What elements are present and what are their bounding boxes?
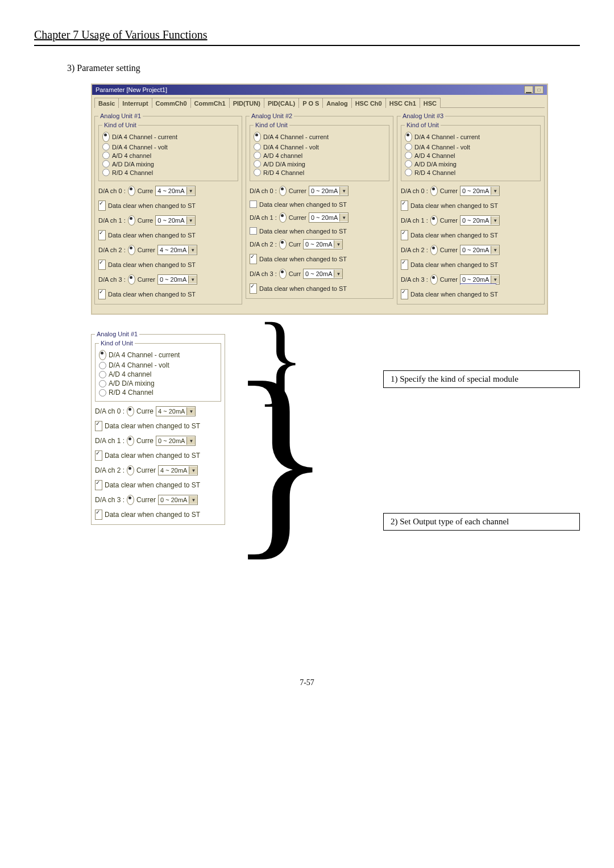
- data-clear-checkbox[interactable]: [250, 201, 257, 208]
- kind-radio[interactable]: [254, 132, 261, 142]
- kind-radio[interactable]: [405, 143, 412, 151]
- range-select[interactable]: 4 ~ 20mA▼: [156, 406, 196, 416]
- kind-radio[interactable]: [99, 380, 106, 387]
- unit-fieldset: Analog Unit #2Kind of UnitD/A 4 Channel …: [246, 112, 393, 299]
- chevron-down-icon[interactable]: ▼: [186, 407, 195, 415]
- kind-radio[interactable]: [405, 169, 412, 176]
- range-select[interactable]: 4 ~ 20mA▼: [157, 245, 197, 255]
- channel-mode-radio[interactable]: [127, 465, 134, 475]
- data-clear-checkbox[interactable]: [250, 283, 257, 294]
- data-clear-checkbox[interactable]: [95, 510, 102, 520]
- range-select[interactable]: 4 ~ 20mA▼: [155, 186, 195, 196]
- range-select[interactable]: 4 ~ 20mA▼: [158, 465, 198, 475]
- data-clear-checkbox[interactable]: [250, 227, 257, 235]
- kind-radio[interactable]: [254, 143, 261, 151]
- kind-radio[interactable]: [99, 350, 106, 360]
- kind-radio[interactable]: [254, 169, 261, 176]
- maximize-icon[interactable]: □: [534, 86, 544, 94]
- kind-radio[interactable]: [99, 371, 106, 378]
- channel-mode-radio[interactable]: [430, 245, 438, 255]
- chevron-down-icon[interactable]: ▼: [491, 187, 499, 195]
- range-select[interactable]: 0 ~ 20mA▼: [309, 186, 349, 196]
- channel-mode-radio[interactable]: [430, 274, 438, 285]
- range-select[interactable]: 0 ~ 20mA▼: [460, 186, 500, 196]
- chevron-down-icon[interactable]: ▼: [189, 496, 197, 504]
- kind-radio[interactable]: [102, 169, 110, 176]
- tab-pid-tun-[interactable]: PID(TUN): [229, 98, 264, 108]
- data-clear-checkbox[interactable]: [98, 260, 106, 270]
- channel-mode-radio[interactable]: [430, 215, 438, 226]
- channel-mode-radio[interactable]: [430, 186, 438, 196]
- range-select[interactable]: 0 ~ 20mA▼: [155, 215, 195, 226]
- chevron-down-icon[interactable]: ▼: [339, 214, 348, 222]
- range-select[interactable]: 0 ~ 20mA▼: [460, 245, 500, 255]
- channel-mode-radio[interactable]: [128, 274, 135, 285]
- chevron-down-icon[interactable]: ▼: [491, 216, 499, 224]
- data-clear-checkbox[interactable]: [250, 254, 257, 264]
- chevron-down-icon[interactable]: ▼: [491, 246, 499, 254]
- tab-p-o-s[interactable]: P O S: [298, 98, 323, 108]
- range-select[interactable]: 0 ~ 20mA▼: [157, 274, 197, 285]
- channel-mode-radio[interactable]: [279, 269, 287, 279]
- tab-strip: BasicInterruptCommCh0CommCh1PID(TUN)PID(…: [92, 95, 547, 107]
- chevron-down-icon[interactable]: ▼: [334, 240, 342, 248]
- tab-interrupt[interactable]: Interrupt: [118, 98, 152, 108]
- kind-radio[interactable]: [99, 389, 106, 397]
- kind-radio[interactable]: [99, 362, 106, 369]
- kind-radio[interactable]: [254, 160, 261, 168]
- kind-radio[interactable]: [405, 152, 412, 159]
- range-option[interactable]: 0 ~ 20mA: [460, 284, 496, 285]
- chevron-down-icon[interactable]: ▼: [339, 187, 348, 195]
- kind-radio[interactable]: [102, 160, 110, 168]
- channel-mode-radio[interactable]: [279, 186, 287, 196]
- channel-mode-radio[interactable]: [127, 406, 134, 416]
- chevron-down-icon[interactable]: ▼: [186, 437, 195, 445]
- kind-radio[interactable]: [254, 152, 261, 159]
- channel-mode-radio[interactable]: [127, 436, 134, 446]
- data-clear-checkbox[interactable]: [95, 421, 102, 431]
- tab-pid-cal-[interactable]: PID(CAL): [264, 98, 299, 108]
- kind-radio[interactable]: [405, 132, 412, 142]
- channel-mode-radio[interactable]: [128, 245, 135, 255]
- channel-mode-radio[interactable]: [279, 212, 287, 223]
- minimize-icon[interactable]: [524, 86, 533, 94]
- chevron-down-icon[interactable]: ▼: [186, 187, 195, 195]
- kind-radio[interactable]: [405, 160, 412, 168]
- data-clear-checkbox[interactable]: [95, 450, 102, 461]
- chevron-down-icon[interactable]: ▼: [188, 276, 197, 283]
- data-clear-checkbox[interactable]: [401, 201, 408, 211]
- range-select[interactable]: 0 ~ 20mA▼: [303, 269, 343, 279]
- range-select[interactable]: 0 ~ 20mA▼: [309, 212, 349, 223]
- chevron-down-icon[interactable]: ▼: [186, 216, 195, 224]
- tab-commch0[interactable]: CommCh0: [152, 98, 191, 108]
- kind-radio[interactable]: [102, 132, 110, 142]
- data-clear-checkbox[interactable]: [98, 289, 106, 299]
- range-select[interactable]: 0 ~ 20mA▼: [156, 436, 196, 446]
- tab-basic[interactable]: Basic: [94, 98, 119, 108]
- chevron-down-icon[interactable]: ▼: [189, 466, 197, 474]
- channel-mode-radio[interactable]: [128, 186, 135, 196]
- tab-hsc-ch0[interactable]: HSC Ch0: [351, 98, 386, 108]
- kind-radio[interactable]: [102, 152, 110, 159]
- range-select[interactable]: 0 ~ 20mA▼: [158, 495, 198, 505]
- channel-mode-radio[interactable]: [279, 239, 287, 249]
- tab-analog[interactable]: Analog: [322, 98, 351, 108]
- tab-commch1[interactable]: CommCh1: [190, 98, 230, 108]
- range-dropdown[interactable]: 0 ~ 20mA4 ~ 20mA: [460, 283, 496, 285]
- range-select[interactable]: 0 ~ 20mA▼: [303, 239, 343, 249]
- data-clear-checkbox[interactable]: [98, 201, 106, 211]
- tab-hsc[interactable]: HSC: [420, 98, 441, 108]
- data-clear-checkbox[interactable]: [95, 480, 102, 490]
- chevron-down-icon[interactable]: ▼: [334, 270, 342, 278]
- range-select[interactable]: 0 ~ 20mA▼: [460, 215, 500, 226]
- chevron-down-icon[interactable]: ▼: [188, 246, 197, 254]
- channel-mode-radio[interactable]: [127, 495, 134, 505]
- data-clear-checkbox[interactable]: [98, 230, 106, 240]
- data-clear-checkbox[interactable]: [401, 230, 408, 240]
- kind-radio[interactable]: [102, 143, 110, 151]
- data-clear-checkbox[interactable]: [401, 289, 408, 299]
- chevron-down-icon[interactable]: ▼: [491, 276, 499, 283]
- tab-hsc-ch1[interactable]: HSC Ch1: [385, 98, 420, 108]
- data-clear-checkbox[interactable]: [401, 260, 408, 270]
- channel-mode-radio[interactable]: [128, 215, 135, 226]
